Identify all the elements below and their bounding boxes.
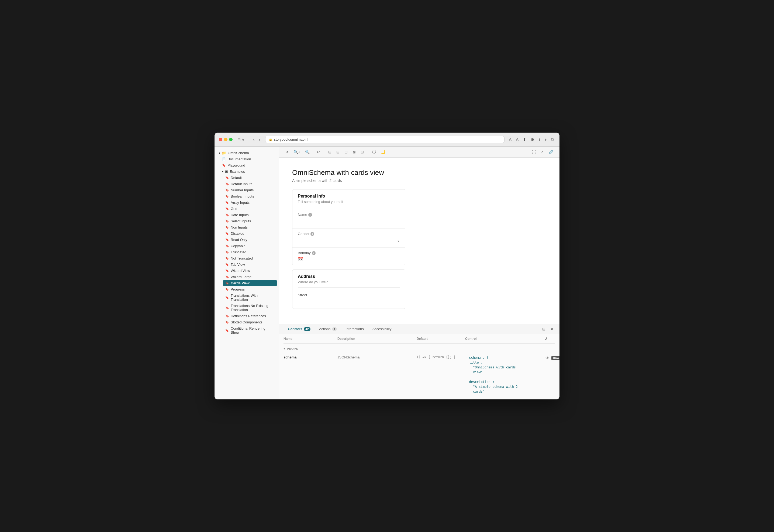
tab-interactions[interactable]: Interactions xyxy=(341,324,368,334)
sidebar-item-conditional[interactable]: 🔖 Conditional Rendering Show xyxy=(223,325,277,336)
tab-controls-badge: 42 xyxy=(304,327,310,331)
sidebar-toggle-button[interactable]: ⊟ ∨ xyxy=(236,137,246,142)
zoom-in-button[interactable]: 🔍+ xyxy=(292,148,302,156)
control-default-schema: () => { return {}; } xyxy=(417,355,465,359)
street-input[interactable] xyxy=(298,299,400,305)
info-button[interactable]: ℹ xyxy=(537,137,541,143)
info-icon-gender[interactable]: i xyxy=(310,232,314,236)
header-default: Default xyxy=(417,337,465,341)
sidebar-section: 📄 Documentation 🔖 Playground ▾ ⊞ Example… xyxy=(220,156,277,336)
url-text: storybook.omnimap.nl xyxy=(274,137,308,141)
sidebar-item-copyable[interactable]: 🔖 Copyable xyxy=(223,243,277,249)
sidebar-item-label: Read Only xyxy=(231,238,247,242)
sidebar-item-progress[interactable]: 🔖 Progress xyxy=(223,286,277,292)
zoom-out-button[interactable]: 🔍− xyxy=(303,148,314,156)
toggle-visibility-button[interactable]: 👁 xyxy=(544,355,550,361)
gender-select[interactable] xyxy=(298,237,400,244)
font-large-button[interactable]: A xyxy=(515,137,520,142)
personal-info-card: Personal info Tell something about yours… xyxy=(292,189,405,265)
sidebar-item-translations-no[interactable]: 🔖 Translations No Existing Translation xyxy=(223,303,277,313)
split-panel-button[interactable]: ⊟ xyxy=(541,326,547,332)
name-input[interactable] xyxy=(298,218,400,225)
minimize-button[interactable] xyxy=(224,138,227,141)
address-bar[interactable]: 🔒 storybook.omnimap.nl xyxy=(265,136,505,143)
grid-view-button[interactable]: ⊟ xyxy=(326,148,333,156)
tab-actions-label: Actions xyxy=(319,327,331,331)
maximize-button[interactable] xyxy=(229,138,233,141)
external-link-button[interactable]: ↗ xyxy=(539,148,546,156)
field-label-text-street: Street xyxy=(298,293,307,297)
tabs-button[interactable]: ⧉ xyxy=(550,137,555,143)
sidebar-item-non-inputs[interactable]: 🔖 Non Inputs xyxy=(223,224,277,230)
tab-accessibility-label: Accessibility xyxy=(372,327,392,331)
sidebar-item-documentation[interactable]: 📄 Documentation xyxy=(220,156,277,162)
tab-actions[interactable]: Actions 1 xyxy=(315,324,341,334)
sidebar-item-definitions[interactable]: 🔖 Definitions References xyxy=(223,313,277,319)
back-button[interactable]: ‹ xyxy=(251,137,256,143)
forward-button[interactable]: › xyxy=(257,137,262,143)
sidebar-item-number-inputs[interactable]: 🔖 Number Inputs xyxy=(223,187,277,193)
info-toolbar-button[interactable]: ⓘ xyxy=(370,148,378,156)
sidebar-item-label: Default xyxy=(231,176,242,180)
reload-toolbar-button[interactable]: ↺ xyxy=(284,148,291,156)
bookmark-icon: 🔖 xyxy=(225,306,229,310)
field-label-gender: Gender i xyxy=(298,232,400,236)
sidebar-item-default[interactable]: 🔖 Default xyxy=(223,175,277,181)
fullscreen-button[interactable]: ⛶ xyxy=(530,148,538,156)
birthday-date-input[interactable]: 📅 xyxy=(298,257,400,262)
bookmark-icon: 🔖 xyxy=(225,213,229,217)
reset-zoom-button[interactable]: ↩ xyxy=(315,148,322,156)
new-tab-button[interactable]: + xyxy=(543,137,548,142)
browser-window: ⊟ ∨ ‹ › 🔒 storybook.omnimap.nl A A ⬆ ⚙ ℹ… xyxy=(215,133,559,399)
sidebar-root-label: OmniSchema xyxy=(228,151,249,155)
close-panel-button[interactable]: ✕ xyxy=(549,326,555,332)
layout-1-button[interactable]: ⊡ xyxy=(343,148,350,156)
page-title: OmniSchema with cards view xyxy=(292,168,547,177)
sidebar-item-array-inputs[interactable]: 🔖 Array Inputs xyxy=(223,199,277,206)
raw-button[interactable]: RAW xyxy=(551,356,559,360)
sidebar-item-label: Documentation xyxy=(227,157,251,161)
dark-mode-button[interactable]: 🌙 xyxy=(379,148,387,156)
bookmark-icon: 🔖 xyxy=(225,207,229,210)
panel-tabs: Controls 42 Actions 1 Interactions Acces… xyxy=(279,324,559,334)
tab-accessibility[interactable]: Accessibility xyxy=(368,324,396,334)
control-name-schema: schema xyxy=(284,355,337,359)
info-icon-birthday[interactable]: i xyxy=(312,251,316,255)
tab-interactions-label: Interactions xyxy=(345,327,364,331)
canvas-view-button[interactable]: ⊞ xyxy=(334,148,341,156)
field-street: Street xyxy=(292,290,405,309)
sidebar-item-date-inputs[interactable]: 🔖 Date Inputs xyxy=(223,212,277,218)
bookmark-icon: 🔖 xyxy=(225,269,229,272)
sidebar-item-boolean-inputs[interactable]: 🔖 Boolean Inputs xyxy=(223,193,277,199)
sidebar-item-translations-with[interactable]: 🔖 Translations With Translation xyxy=(223,292,277,303)
bookmark-icon: 🔖 xyxy=(225,195,229,198)
sidebar-item-select-inputs[interactable]: 🔖 Select Inputs xyxy=(223,218,277,224)
sidebar-item-grid[interactable]: 🔖 Grid xyxy=(223,206,277,212)
sidebar-item-truncated[interactable]: 🔖 Truncated xyxy=(223,249,277,255)
sidebar-item-read-only[interactable]: 🔖 Read Only xyxy=(223,237,277,243)
sidebar-item-wizard-large[interactable]: 🔖 Wizard Large xyxy=(223,274,277,280)
layout-2-button[interactable]: ⊠ xyxy=(351,148,358,156)
sidebar-item-wizard-view[interactable]: 🔖 Wizard View xyxy=(223,268,277,274)
sidebar-item-cards-view[interactable]: 🔖 Cards View xyxy=(223,280,277,286)
share-button[interactable]: ⬆ xyxy=(522,137,527,143)
sidebar-item-disabled[interactable]: 🔖 Disabled xyxy=(223,230,277,237)
sidebar-item-slotted[interactable]: 🔖 Slotted Components xyxy=(223,319,277,325)
sidebar-item-tab-view[interactable]: 🔖 Tab View xyxy=(223,261,277,268)
props-group: ▾ PROPS schema JSONSchema () => { return… xyxy=(284,344,555,398)
layout-3-button[interactable]: ⊡ xyxy=(359,148,366,156)
tab-actions-badge: 1 xyxy=(332,327,337,331)
close-button[interactable] xyxy=(219,138,222,141)
link-button[interactable]: 🔗 xyxy=(547,148,555,156)
sidebar-item-default-inputs[interactable]: 🔖 Default Inputs xyxy=(223,181,277,187)
settings-button[interactable]: ⚙ xyxy=(530,137,535,143)
font-small-button[interactable]: A xyxy=(508,137,513,142)
sidebar-item-playground[interactable]: 🔖 Playground xyxy=(220,162,277,168)
field-birthday: Birthday i 📅 xyxy=(292,248,405,265)
sidebar-item-not-truncated[interactable]: 🔖 Not Truncated xyxy=(223,255,277,261)
sidebar-examples-header[interactable]: ▾ ⊞ Examples xyxy=(220,168,277,175)
tab-controls[interactable]: Controls 42 xyxy=(284,324,315,334)
header-reset[interactable]: ↺ xyxy=(544,337,555,341)
sidebar-root-header[interactable]: ▾ 📁 OmniSchema xyxy=(217,150,277,156)
info-icon-name[interactable]: i xyxy=(308,213,312,217)
